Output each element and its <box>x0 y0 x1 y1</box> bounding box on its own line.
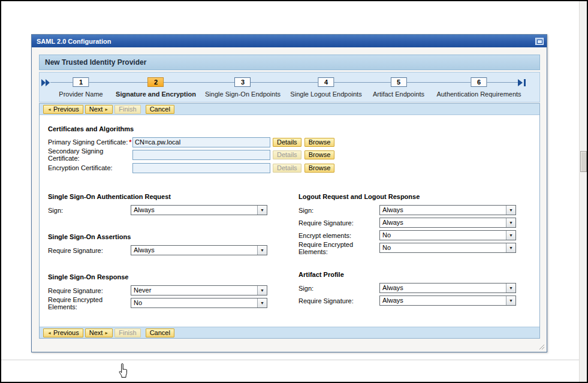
primary-signing-certificate-input[interactable] <box>132 137 270 147</box>
section-sso-auth-request: Single Sign-On Authentication Request Si… <box>48 193 267 216</box>
logout-sign-dropdown[interactable]: Always ▼ <box>379 205 516 215</box>
secondary-signing-certificate-input[interactable] <box>132 150 270 160</box>
details-label: Details <box>277 138 297 146</box>
field-label: Secondary Signing Certificate: <box>48 147 132 162</box>
details-button[interactable]: Details <box>273 164 301 173</box>
step-2-box[interactable]: 2 <box>147 77 164 87</box>
step-3-label: Single Sign-On Endpoints <box>205 91 281 98</box>
next-label: Next <box>89 329 103 337</box>
dropdown-value: Always <box>380 296 506 305</box>
dropdown-value: Always <box>131 246 257 255</box>
section-sso-response: Single Sign-On Response Require Signatur… <box>48 273 267 309</box>
step-4-label: Single Logout Endpoints <box>290 91 361 98</box>
field-row: Require Encrypted Elements: No ▼ <box>48 297 267 309</box>
logout-require-signature-dropdown[interactable]: Always ▼ <box>379 218 516 228</box>
dropdown-value: No <box>380 243 506 252</box>
field-label: Require Encrypted Elements: <box>298 241 379 255</box>
field-label-text: Encryption Certificate: <box>48 164 113 171</box>
cancel-label: Cancel <box>150 105 170 113</box>
page-scrollbar[interactable] <box>579 1 587 382</box>
step-2-label: Signature and Encryption <box>116 91 196 98</box>
field-label: Require Signature: <box>298 297 379 304</box>
field-label: Require Signature: <box>298 219 379 227</box>
primary-signing-certificate-row: Primary Signing Certificate:* Details Br… <box>48 137 337 147</box>
field-row: Require Encrypted Elements: No ▼ <box>298 242 516 254</box>
chevron-down-icon: ▼ <box>506 231 515 240</box>
section-title: Single Sign-On Assertions <box>48 233 267 240</box>
previous-button[interactable]: ◄ Previous <box>43 328 83 337</box>
dropdown-value: No <box>380 231 506 240</box>
logout-encrypt-elements-dropdown[interactable]: No ▼ <box>379 230 516 240</box>
field-row: Sign: Always ▼ <box>298 204 516 216</box>
sso-response-require-encrypted-elements-dropdown[interactable]: No ▼ <box>131 298 267 308</box>
chevron-down-icon: ▼ <box>506 218 515 227</box>
section-artifact-profile: Artifact Profile Sign: Always ▼ Require … <box>298 271 516 307</box>
step-5-box[interactable]: 5 <box>391 77 407 87</box>
finish-button[interactable]: Finish <box>114 328 140 337</box>
logout-require-encrypted-elements-dropdown[interactable]: No ▼ <box>379 243 516 253</box>
artifact-sign-dropdown[interactable]: Always ▼ <box>379 283 516 293</box>
field-row: Sign: Always ▼ <box>298 282 516 294</box>
window-title: SAML 2.0 Configuration <box>37 38 535 45</box>
browse-button[interactable]: Browse <box>304 164 335 173</box>
cancel-label: Cancel <box>150 329 170 337</box>
section-title: Single Sign-On Authentication Request <box>48 193 267 200</box>
browse-label: Browse <box>309 164 331 172</box>
wizard-step-3: 3 Single Sign-On Endpoints <box>205 77 281 98</box>
field-label: Require Signature: <box>48 287 131 294</box>
resize-grip-icon[interactable] <box>538 343 545 350</box>
details-label: Details <box>277 164 297 172</box>
previous-arrow-icon: ◄ <box>47 107 52 111</box>
step-4-box[interactable]: 4 <box>318 77 334 87</box>
page: SAML 2.0 Configuration New Trusted Ident… <box>0 0 588 383</box>
browse-label: Browse <box>309 151 331 159</box>
chevron-down-icon: ▼ <box>506 206 515 215</box>
chevron-down-icon: ▼ <box>506 243 515 252</box>
wizard-step-5: 5 Artifact Endpoints <box>373 77 424 98</box>
next-button[interactable]: Next ► <box>85 105 113 114</box>
previous-label: Previous <box>53 329 79 337</box>
field-row: Require Signature: Always ▼ <box>298 294 516 307</box>
step-5-label: Artifact Endpoints <box>373 91 424 98</box>
chevron-down-icon: ▼ <box>506 284 515 292</box>
saml-config-window: SAML 2.0 Configuration New Trusted Ident… <box>31 34 547 352</box>
scrollbar-thumb[interactable] <box>580 151 587 172</box>
step-6-label: Authentication Requirements <box>436 91 521 98</box>
section-title: Artifact Profile <box>298 271 516 278</box>
details-button[interactable]: Details <box>273 150 301 159</box>
next-arrow-icon: ► <box>104 107 108 111</box>
window-restore-icon[interactable] <box>535 38 544 45</box>
dropdown-value: Always <box>131 206 257 215</box>
section-sso-assertions: Single Sign-On Assertions Require Signat… <box>48 233 267 257</box>
sso-auth-request-sign-dropdown[interactable]: Always ▼ <box>131 205 267 215</box>
cancel-button[interactable]: Cancel <box>146 328 174 337</box>
wizard-step-4: 4 Single Logout Endpoints <box>290 77 361 98</box>
sso-assertions-require-signature-dropdown[interactable]: Always ▼ <box>131 245 267 255</box>
chevron-down-icon: ▼ <box>257 246 267 255</box>
details-button[interactable]: Details <box>273 138 301 147</box>
chevron-down-icon: ▼ <box>506 296 515 305</box>
artifact-require-signature-dropdown[interactable]: Always ▼ <box>379 295 516 306</box>
step-6-box[interactable]: 6 <box>471 77 487 87</box>
page-bottom-divider <box>1 360 579 360</box>
roadmap-start-icon <box>41 78 51 88</box>
field-label: Require Signature: <box>48 247 131 254</box>
step-1-box[interactable]: 1 <box>73 77 89 87</box>
browse-button[interactable]: Browse <box>304 150 335 159</box>
sso-response-require-signature-dropdown[interactable]: Never ▼ <box>131 285 267 295</box>
encryption-certificate-input[interactable] <box>132 163 270 173</box>
field-label: Sign: <box>48 207 131 214</box>
next-label: Next <box>89 105 103 113</box>
previous-button[interactable]: ◄ Previous <box>43 105 83 114</box>
certificates-section-title: Certificates and Algorithms <box>48 125 134 132</box>
finish-button[interactable]: Finish <box>114 105 140 114</box>
section-logout-request-response: Logout Request and Logout Response Sign:… <box>298 193 516 254</box>
cancel-button[interactable]: Cancel <box>146 105 174 114</box>
next-button[interactable]: Next ► <box>85 328 113 337</box>
chevron-down-icon: ▼ <box>257 298 267 307</box>
browse-label: Browse <box>309 138 331 146</box>
field-row: Require Signature: Always ▼ <box>48 244 267 257</box>
browse-button[interactable]: Browse <box>304 138 335 147</box>
details-label: Details <box>277 151 297 159</box>
step-3-box[interactable]: 3 <box>235 77 251 87</box>
